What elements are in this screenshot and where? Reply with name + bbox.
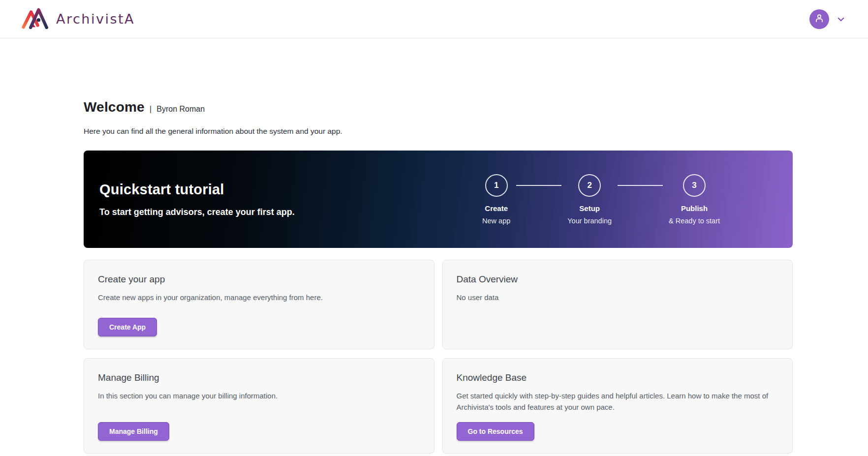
step-2-label: Setup [579,204,600,213]
step-2-sublabel: Your branding [567,217,612,225]
brand-logo[interactable]: ArchivistA [22,7,135,31]
banner-subtitle: To start getting advisors, create your f… [99,207,295,217]
step-setup: 2 Setup Your branding [567,174,612,225]
card-description: Create new apps in your organization, ma… [98,292,413,303]
card-actions: Manage Billing [98,413,419,441]
user-avatar-button[interactable] [809,9,829,29]
chevron-down-icon[interactable] [837,15,845,24]
go-to-resources-button[interactable]: Go to Resources [457,422,534,441]
banner-text: Quickstart tutorial To start getting adv… [99,182,295,217]
card-title: Manage Billing [98,372,419,383]
brand-name: ArchivistA [56,11,135,27]
card-create-your-app: Create your app Create new apps in your … [84,260,434,349]
app-header: ArchivistA [0,0,868,38]
card-title: Data Overview [457,274,778,285]
page-title: Welcome [84,99,145,115]
create-app-button[interactable]: Create App [98,318,157,336]
card-title: Knowledge Base [457,372,778,383]
page-description: Here you can find all the general inform… [84,127,793,136]
card-actions: Create App [98,309,419,336]
manage-billing-button[interactable]: Manage Billing [98,422,169,441]
user-icon [814,13,825,26]
card-knowledge-base: Knowledge Base Get started quickly with … [442,358,793,454]
step-create: 1 Create New app [482,174,510,225]
card-data-overview: Data Overview No user data [442,260,793,349]
dashboard-cards: Create your app Create new apps in your … [84,260,793,454]
card-title: Create your app [98,274,419,285]
step-3-sublabel: & Ready to start [669,217,720,225]
welcome-header: Welcome | Byron Roman [84,99,793,115]
step-3-label: Publish [681,204,708,213]
card-actions: Go to Resources [457,413,778,441]
quickstart-banner: Quickstart tutorial To start getting adv… [84,151,793,248]
card-manage-billing: Manage Billing In this section you can m… [84,358,434,454]
step-1-circle: 1 [485,174,508,197]
step-publish: 3 Publish & Ready to start [669,174,720,225]
main-content: Welcome | Byron Roman Here you can find … [0,99,868,454]
banner-title: Quickstart tutorial [99,182,295,198]
step-3-circle: 3 [683,174,706,197]
card-description: In this section you can manage your bill… [98,390,413,401]
card-description: No user data [457,292,772,303]
step-1-label: Create [485,204,508,213]
step-1-sublabel: New app [482,217,510,225]
tutorial-stepper: 1 Create New app 2 Setup Your branding 3… [482,174,720,225]
logo-mark-icon [22,7,50,31]
step-connector [618,185,663,186]
user-name: Byron Roman [156,105,205,114]
card-description: Get started quickly with step-by-step gu… [457,390,772,413]
user-menu [809,9,845,29]
step-connector [516,185,561,186]
step-2-circle: 2 [578,174,601,197]
title-separator: | [150,104,152,114]
